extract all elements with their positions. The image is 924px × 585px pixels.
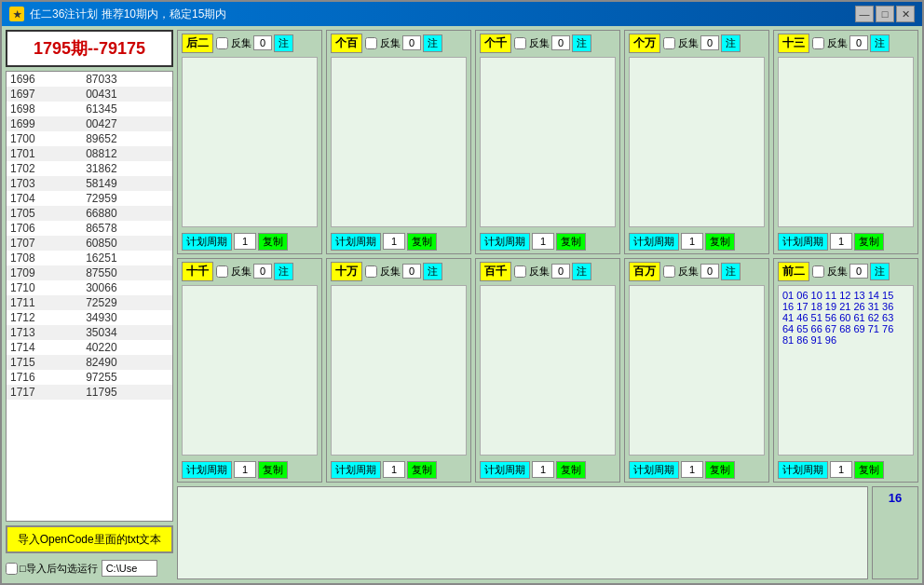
copy-button[interactable]: 复制 <box>556 461 586 479</box>
panel-label: 个百 <box>331 34 362 53</box>
fan-checkbox[interactable] <box>365 265 377 278</box>
run-section: □导入后勾选运行 C:\Use <box>6 557 173 579</box>
fan-checkbox[interactable] <box>663 265 675 278</box>
fan-checkbox[interactable] <box>812 265 824 278</box>
period-cell: 1713 <box>7 325 82 340</box>
left-panel: 1795期--79175 169687033169700431169861345… <box>6 30 173 579</box>
copy-button[interactable]: 复制 <box>854 233 884 251</box>
panel-textarea[interactable] <box>182 57 318 227</box>
period-input[interactable] <box>830 233 852 250</box>
period-label: 计划周期 <box>778 233 828 251</box>
fan-checkbox[interactable] <box>514 265 526 278</box>
copy-button[interactable]: 复制 <box>705 233 735 251</box>
panels-row-1: 后二 反集 0 注 计划周期 复制 个百 反集 0 注 计划周期 复制 个千 反… <box>177 30 918 254</box>
fan-label: 反集 <box>827 36 848 50</box>
run-label: □导入后勾选运行 <box>20 562 98 576</box>
panel-textarea[interactable] <box>331 285 467 456</box>
period-input[interactable] <box>234 461 256 478</box>
fan-label: 反集 <box>678 36 699 50</box>
fan-checkbox[interactable] <box>663 37 675 49</box>
history-list[interactable]: 1696870331697004311698613451699004271700… <box>6 71 173 522</box>
minimize-button[interactable]: — <box>855 6 874 22</box>
panel-label: 十三 <box>778 34 809 53</box>
number-cell: 00431 <box>82 87 172 102</box>
fan-checkbox[interactable] <box>216 265 228 278</box>
plan-panel-panel7: 十万 反集 0 注 计划周期 复制 <box>326 258 471 483</box>
list-item: 170108812 <box>7 146 172 161</box>
count-badge: 0 <box>551 35 570 50</box>
count-badge: 0 <box>849 35 868 50</box>
list-item: 170686578 <box>7 221 172 236</box>
number-cell: 87550 <box>82 265 172 280</box>
number-cell: 61345 <box>82 102 172 116</box>
period-input[interactable] <box>383 461 405 478</box>
copy-button[interactable]: 复制 <box>407 233 437 251</box>
count-badge: 0 <box>253 264 272 279</box>
list-item: 171582490 <box>7 355 172 370</box>
panel-header: 百千 反集 0 注 <box>476 259 619 283</box>
list-item: 170760850 <box>7 236 172 251</box>
fan-checkbox[interactable] <box>514 37 526 49</box>
panel-header: 十万 反集 0 注 <box>327 259 470 283</box>
panel-textarea[interactable] <box>778 57 914 227</box>
number-cell: 89652 <box>82 131 172 146</box>
period-input[interactable] <box>532 461 554 478</box>
period-input[interactable] <box>383 233 405 250</box>
fan-checkbox[interactable] <box>216 37 228 49</box>
copy-button[interactable]: 复制 <box>258 233 288 251</box>
count-badge: 0 <box>253 35 272 50</box>
number-cell: 66880 <box>82 206 172 221</box>
panel-textarea[interactable] <box>629 285 765 456</box>
number-cell: 87033 <box>82 72 172 87</box>
number-cell: 08812 <box>82 146 172 161</box>
period-input[interactable] <box>234 233 256 250</box>
number-cell: 72529 <box>82 295 172 310</box>
run-checkbox[interactable] <box>6 563 18 575</box>
number-row: 16 17 18 19 21 26 31 36 <box>782 301 909 312</box>
import-button[interactable]: 导入OpenCode里面的txt文本 <box>6 525 173 553</box>
panel-label: 百万 <box>629 262 660 281</box>
period-input[interactable] <box>532 233 554 250</box>
panel-textarea[interactable] <box>480 285 616 456</box>
number-cell: 97255 <box>82 370 172 385</box>
fan-checkbox[interactable] <box>365 37 377 49</box>
panel-textarea[interactable] <box>331 57 467 227</box>
plan-panel-panel3: 个千 反集 0 注 计划周期 复制 <box>475 30 620 254</box>
period-cell: 1701 <box>7 146 82 161</box>
maximize-button[interactable]: □ <box>876 6 894 22</box>
panel-footer: 计划周期 复制 <box>774 229 917 253</box>
period-input[interactable] <box>830 461 852 478</box>
panel-numbers: 01 06 10 11 12 13 14 1516 17 18 19 21 26… <box>778 285 914 456</box>
count-badge: 0 <box>700 35 719 50</box>
number-cell: 86578 <box>82 221 172 236</box>
period-input[interactable] <box>681 233 703 250</box>
close-button[interactable]: ✕ <box>896 6 915 22</box>
number-cell: 40220 <box>82 340 172 355</box>
window-title: 任二36注计划 推荐10期内，稳定15期内 <box>30 7 226 22</box>
list-item: 171711795 <box>7 385 172 400</box>
panel-textarea[interactable] <box>182 285 318 456</box>
bottom-section: 16 <box>177 486 918 579</box>
number-cell: 31862 <box>82 161 172 176</box>
period-label: 计划周期 <box>182 233 232 251</box>
copy-button[interactable]: 复制 <box>854 461 884 479</box>
plan-panel-panel4: 个万 反集 0 注 计划周期 复制 <box>624 30 769 254</box>
period-label: 计划周期 <box>778 461 828 479</box>
panel-header: 个万 反集 0 注 <box>625 31 768 55</box>
copy-button[interactable]: 复制 <box>705 461 735 479</box>
copy-button[interactable]: 复制 <box>258 461 288 479</box>
period-input[interactable] <box>681 461 703 478</box>
period-cell: 1709 <box>7 265 82 280</box>
fan-checkbox[interactable] <box>812 37 824 49</box>
panel-textarea[interactable] <box>629 57 765 227</box>
period-cell: 1697 <box>7 87 82 102</box>
copy-button[interactable]: 复制 <box>556 233 586 251</box>
period-title: 1795期--79175 <box>6 30 173 67</box>
period-label: 计划周期 <box>480 233 530 251</box>
bottom-textarea[interactable] <box>177 486 868 579</box>
panel-header: 后二 反集 0 注 <box>178 31 321 55</box>
panel-textarea[interactable] <box>480 57 616 227</box>
period-cell: 1717 <box>7 385 82 400</box>
number-cell: 58149 <box>82 176 172 191</box>
copy-button[interactable]: 复制 <box>407 461 437 479</box>
